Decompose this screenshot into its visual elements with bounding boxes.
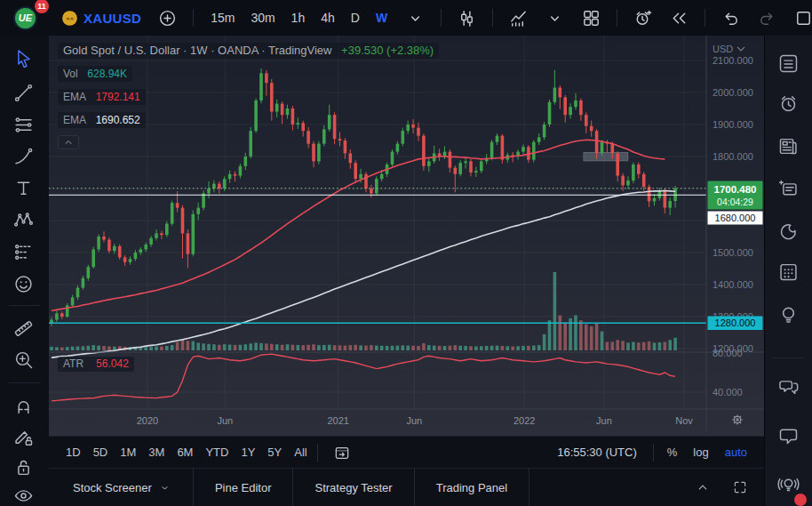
range-button-5Y[interactable]: 5Y <box>261 442 288 462</box>
undo-button[interactable] <box>716 4 745 32</box>
plus-circle-icon <box>157 8 178 28</box>
brush-tool-button[interactable] <box>12 144 38 169</box>
interval-button-D[interactable]: D <box>345 7 366 28</box>
select-layout-button[interactable] <box>789 4 812 32</box>
bottom-range-toolbar: 1D5D1M3M6MYTD1Y5YAll 16:55:30 (UTC) % lo… <box>49 436 764 468</box>
interval-more-button[interactable] <box>401 4 430 32</box>
xabcd-pattern-icon <box>12 208 38 232</box>
bottom-tabs: Stock ScreenerPine EditorStrategy Tester… <box>49 469 529 506</box>
text-tool-tool-button[interactable] <box>12 175 38 200</box>
log-scale-button[interactable]: log <box>687 442 714 462</box>
chat-icon <box>776 423 803 447</box>
lightbulb-panel-button[interactable] <box>776 301 803 326</box>
tab-trading-panel[interactable]: Trading Panel <box>415 469 529 506</box>
range-button-1D[interactable]: 1D <box>60 442 87 462</box>
svg-text:40.000: 40.000 <box>712 387 743 398</box>
group-chat-panel-button[interactable] <box>776 373 803 398</box>
bar-replay-button[interactable] <box>665 4 694 32</box>
interval-button-W[interactable]: W <box>370 7 394 28</box>
indicators-icon <box>508 8 529 28</box>
tradingview-app: UE 11 XAUUSD 15m30m1h4hDW We <box>0 0 812 506</box>
svg-text:1680.000: 1680.000 <box>715 213 756 223</box>
trend-line-tool-button[interactable] <box>12 80 38 105</box>
current-price-badge: 1700.48004:04:29 <box>708 181 763 210</box>
range-button-YTD[interactable]: YTD <box>199 442 235 462</box>
clock[interactable]: 16:55:30 (UTC) <box>548 446 646 459</box>
ema-slow-legend-row[interactable]: EMA 1690.652 <box>58 112 439 128</box>
atr-legend-row[interactable]: ATR56.042 <box>58 357 134 372</box>
legend-collapse-button[interactable] <box>58 135 79 149</box>
calendar-icon <box>776 260 803 284</box>
go-to-date-button[interactable] <box>327 440 357 465</box>
layout-templates-button[interactable] <box>577 4 606 32</box>
trend-line-icon <box>12 81 38 105</box>
emoji-tool-button[interactable] <box>12 271 38 296</box>
svg-text:Jun: Jun <box>406 415 422 426</box>
range-button-1M[interactable]: 1M <box>114 442 142 462</box>
range-button-6M[interactable]: 6M <box>171 442 199 462</box>
zoom-in-tool-button[interactable] <box>12 347 38 372</box>
symbol-legend-row[interactable]: Gold Spot / U.S. Dollar · 1W · OANDA · T… <box>58 43 439 59</box>
percent-scale-button[interactable]: % <box>661 442 684 462</box>
interval-button-4h[interactable]: 4h <box>314 7 341 28</box>
home-logo-button[interactable]: UE 11 <box>9 3 42 34</box>
atr-label: ATR <box>63 357 84 370</box>
alarm-panel-button[interactable] <box>776 91 803 116</box>
range-button-3M[interactable]: 3M <box>142 442 171 462</box>
ruler-icon <box>12 317 38 341</box>
indicators-templates-button[interactable] <box>540 4 569 32</box>
indicators-button[interactable] <box>504 4 533 32</box>
lock-all-tool-button[interactable] <box>12 454 38 479</box>
auto-scale-button[interactable]: auto <box>719 442 753 462</box>
svg-text:1900.000: 1900.000 <box>712 119 753 130</box>
fib-retracement-tool-button[interactable] <box>12 112 38 137</box>
forecast-tool-button[interactable] <box>12 239 38 264</box>
interval-button-15m[interactable]: 15m <box>204 7 241 28</box>
tab-strategy-tester[interactable]: Strategy Tester <box>293 469 414 506</box>
text-notes-panel-button[interactable] <box>776 176 803 201</box>
magnet-icon <box>12 394 38 418</box>
divider <box>492 9 493 27</box>
open-panel-button[interactable] <box>693 478 712 497</box>
compare-add-button[interactable] <box>153 4 182 32</box>
magnet-tool-button[interactable] <box>12 393 38 418</box>
rectangle-drawing <box>584 152 628 161</box>
streams-panel-button[interactable] <box>776 471 803 496</box>
news-panel-button[interactable] <box>776 133 803 158</box>
cyan-line-badge: 1280.000 <box>708 317 763 331</box>
interval-button-30m[interactable]: 30m <box>244 7 281 28</box>
calendar-panel-button[interactable] <box>776 259 803 284</box>
symbol-name: XAUUSD <box>84 11 141 26</box>
bottom-panel-bar: Stock ScreenerPine EditorStrategy Tester… <box>49 468 764 506</box>
create-alert-button[interactable] <box>628 4 657 32</box>
chart-legend: Gold Spot / U.S. Dollar · 1W · OANDA · T… <box>58 43 439 149</box>
chevron-down-icon <box>405 8 426 28</box>
chat-panel-button[interactable] <box>776 422 803 447</box>
symbol-button[interactable]: XAUUSD <box>56 5 146 31</box>
range-button-5D[interactable]: 5D <box>87 442 115 462</box>
emoji-icon <box>12 272 38 296</box>
interval-button-1h[interactable]: 1h <box>285 7 312 28</box>
range-button-All[interactable]: All <box>288 442 313 462</box>
hide-all-tool-button[interactable] <box>12 483 38 506</box>
hotlists-panel-button[interactable] <box>776 219 803 244</box>
ema-fast-legend-row[interactable]: EMA 1792.141 <box>58 89 439 105</box>
sidebar-separator <box>772 357 806 358</box>
volume-legend-row[interactable]: Vol 628.94K <box>58 66 439 82</box>
ruler-tool-button[interactable] <box>12 316 38 341</box>
chart-style-button[interactable] <box>452 4 482 32</box>
xabcd-pattern-tool-button[interactable] <box>12 207 38 232</box>
redo-button[interactable] <box>752 4 782 32</box>
streams-icon <box>776 472 803 496</box>
watchlist-panel-button[interactable] <box>776 51 803 76</box>
symbol-title: Gold Spot / U.S. Dollar · 1W · OANDA · T… <box>63 44 331 57</box>
cursor-tool-button[interactable] <box>12 46 38 71</box>
maximize-panel-button[interactable] <box>730 478 750 497</box>
chart-area[interactable]: USD2100.0002000.0001900.0001800.0001700.… <box>49 36 764 436</box>
svg-text:2021: 2021 <box>327 415 348 426</box>
price-change: +39.530 (+2.38%) <box>341 44 434 57</box>
tab-pine-editor[interactable]: Pine Editor <box>194 469 294 506</box>
tab-stock-screener[interactable]: Stock Screener <box>51 469 194 506</box>
range-button-1Y[interactable]: 1Y <box>235 442 261 462</box>
drawing-lock-tool-button[interactable] <box>12 424 38 449</box>
